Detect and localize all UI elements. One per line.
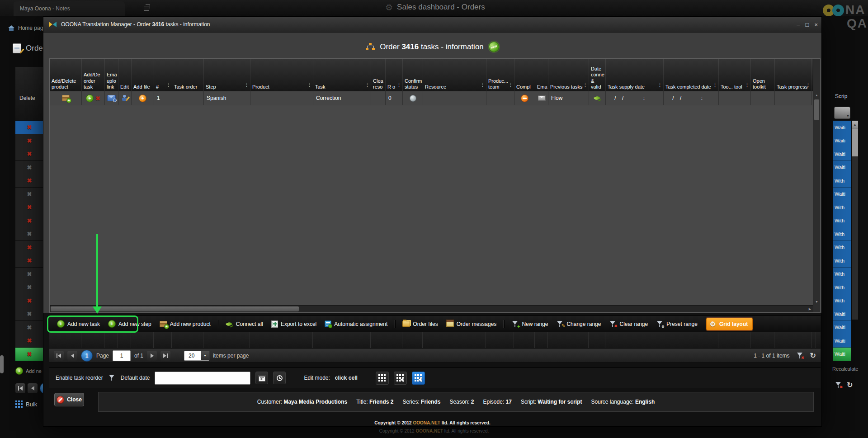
horizontal-scrollbar[interactable]: ▶ xyxy=(50,305,813,312)
background-table-row[interactable] xyxy=(15,294,43,307)
background-table-row[interactable] xyxy=(15,161,43,174)
column-header[interactable]: R o⋮ xyxy=(386,59,403,91)
delete-icon[interactable] xyxy=(27,137,32,144)
column-header[interactable]: Too... tool⋮ xyxy=(719,59,751,91)
add-new-link[interactable]: Add ne xyxy=(15,367,42,375)
background-status-row[interactable]: With xyxy=(833,214,851,228)
background-status-row[interactable]: Waiti xyxy=(833,307,851,321)
background-table-row[interactable] xyxy=(15,281,43,294)
grid-layout-button[interactable]: Grid layout xyxy=(706,318,753,330)
delete-icon[interactable] xyxy=(27,244,32,251)
background-status-row[interactable]: Waiti xyxy=(833,147,851,161)
first-page-button[interactable] xyxy=(15,383,25,393)
background-status-row[interactable]: Waiti xyxy=(833,121,851,134)
grid-cell[interactable] xyxy=(371,91,386,105)
person-edit-icon[interactable] xyxy=(122,95,128,102)
background-table-row[interactable] xyxy=(15,254,43,267)
background-status-row[interactable]: With xyxy=(833,227,851,241)
right-scroll-thumb[interactable] xyxy=(852,128,858,156)
grid-cell[interactable] xyxy=(105,91,118,105)
column-header[interactable]: Open toolkit xyxy=(751,59,775,91)
background-status-row[interactable]: With xyxy=(833,254,851,268)
scroll-up-icon[interactable]: ▲ xyxy=(852,121,858,128)
background-status-row[interactable]: Waiti xyxy=(833,321,851,334)
column-menu-icon[interactable]: ⋮ xyxy=(307,82,312,87)
background-table-row[interactable] xyxy=(15,201,43,214)
items-per-page-select[interactable]: 20 ▼ xyxy=(184,351,209,361)
column-header[interactable]: Product⋮ xyxy=(250,59,313,91)
column-header[interactable]: Task completed date⋮ xyxy=(664,59,719,91)
grid-cell[interactable] xyxy=(172,91,204,105)
restore-window-icon[interactable] xyxy=(144,6,149,11)
column-menu-icon[interactable]: ⋮ xyxy=(583,82,588,87)
grid-cell[interactable] xyxy=(775,91,812,105)
delete-icon[interactable] xyxy=(27,151,32,157)
delete-disabled-icon[interactable] xyxy=(27,284,32,291)
grid-cell[interactable] xyxy=(486,91,514,105)
add-new-product-button[interactable]: Add new product xyxy=(156,316,215,332)
gear-icon[interactable] xyxy=(709,320,717,328)
grid-cell[interactable] xyxy=(535,91,548,105)
background-table-row[interactable] xyxy=(15,321,43,334)
orange-add-icon[interactable] xyxy=(139,94,146,102)
column-header[interactable]: Add/Delete product xyxy=(50,59,82,91)
funnel-preset-icon[interactable] xyxy=(656,320,664,328)
enable-task-reorder-label[interactable]: Enable task reorder xyxy=(56,375,103,381)
background-status-row[interactable]: Waiti xyxy=(833,334,851,348)
page-number-input[interactable] xyxy=(113,350,131,361)
preset-range-button[interactable]: Preset range xyxy=(652,316,702,332)
scroll-up-icon[interactable]: ▲ xyxy=(813,92,820,99)
delete-icon[interactable] xyxy=(27,337,32,344)
background-status-row[interactable]: Waiti xyxy=(833,161,851,174)
background-table-row[interactable] xyxy=(15,147,43,160)
grid-cell[interactable] xyxy=(589,91,606,105)
background-table-row[interactable] xyxy=(15,188,43,201)
connect-icon[interactable] xyxy=(226,320,233,328)
background-status-row[interactable]: Waiti xyxy=(833,188,851,201)
delete-disabled-icon[interactable] xyxy=(27,271,32,278)
delete-disabled-icon[interactable] xyxy=(27,164,32,171)
connect-all-button[interactable]: Connect all xyxy=(222,316,267,332)
minimize-icon[interactable]: – xyxy=(797,22,800,28)
column-header[interactable]: Add/De order task xyxy=(82,59,105,91)
order-files-button[interactable]: Order files xyxy=(398,316,442,332)
close-button[interactable]: Close xyxy=(54,393,84,406)
excel-icon[interactable] xyxy=(271,320,278,328)
grid-cell[interactable] xyxy=(403,91,423,105)
files-icon[interactable] xyxy=(402,321,410,327)
background-table-row[interactable] xyxy=(15,121,43,134)
last-page-button[interactable] xyxy=(160,351,170,361)
mail-link-icon[interactable] xyxy=(107,95,116,101)
grid-cell[interactable]: __/__/____ __:__ xyxy=(606,91,664,105)
scroll-down-icon[interactable]: ▼ xyxy=(813,299,820,305)
default-date-input[interactable] xyxy=(155,372,250,385)
automatic-assignment-button[interactable]: Automatic assignment xyxy=(321,316,392,332)
column-menu-icon[interactable]: ⋮ xyxy=(712,82,717,87)
column-menu-icon[interactable]: ⋮ xyxy=(657,82,662,87)
grid-cell[interactable]: __/__/____ __:__ xyxy=(664,91,719,105)
mail-gray-icon[interactable] xyxy=(538,95,546,101)
clear-filter-icon[interactable] xyxy=(835,381,842,389)
assignment-icon[interactable] xyxy=(325,320,331,327)
delete-icon[interactable] xyxy=(27,257,32,264)
clear-filter-icon[interactable] xyxy=(796,352,804,359)
refresh-icon[interactable] xyxy=(810,352,816,359)
background-table-row[interactable] xyxy=(15,348,43,361)
delete-icon[interactable] xyxy=(27,351,32,358)
edit-mode-grid-button[interactable] xyxy=(376,372,389,385)
background-table-row[interactable] xyxy=(15,134,43,147)
column-header[interactable]: #⋮ xyxy=(154,59,172,91)
column-header[interactable]: Ema xyxy=(535,59,548,91)
previous-page-button[interactable] xyxy=(67,351,77,361)
grid-cell[interactable]: Correction xyxy=(313,91,371,105)
column-header[interactable]: Task⋮ xyxy=(313,59,371,91)
column-menu-icon[interactable]: ⋮ xyxy=(166,82,171,87)
column-menu-icon[interactable]: ⋮ xyxy=(806,82,811,87)
chevron-down-icon[interactable]: ▼ xyxy=(201,351,209,360)
background-status-row[interactable]: With xyxy=(833,174,851,188)
column-header[interactable]: Confirm status xyxy=(403,59,423,91)
grid-cell[interactable] xyxy=(82,91,105,105)
grid-cell[interactable] xyxy=(423,91,486,105)
new-range-button[interactable]: New range xyxy=(507,316,552,332)
column-menu-icon[interactable]: ⋮ xyxy=(480,82,485,87)
